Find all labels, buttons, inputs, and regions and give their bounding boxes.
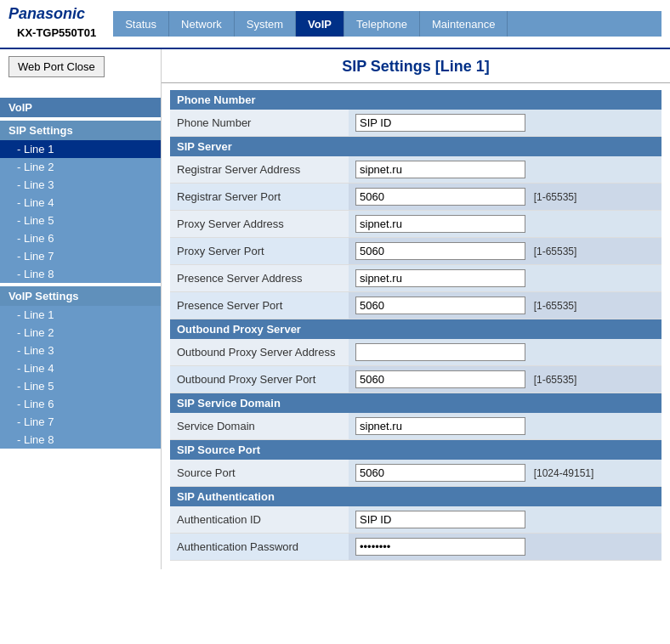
phone-number-label: Phone Number: [170, 110, 349, 137]
presence-port-input[interactable]: [355, 297, 525, 314]
table-row: Source Port [1024-49151]: [170, 460, 661, 487]
presence-port-label: Presence Server Port: [170, 292, 349, 319]
sidebar-voip-line4[interactable]: - Line 4: [0, 359, 161, 377]
auth-password-label: Authentication Password: [170, 534, 349, 561]
sidebar-voip-line7[interactable]: - Line 7: [0, 413, 161, 431]
proxy-port-cell: [1-65535]: [349, 238, 661, 265]
presence-address-input[interactable]: [355, 269, 525, 287]
service-domain-input[interactable]: [355, 417, 525, 435]
source-port-cell: [1024-49151]: [349, 460, 661, 487]
registrar-address-input[interactable]: [355, 161, 525, 178]
sidebar-sip-line6[interactable]: - Line 6: [0, 229, 161, 247]
sidebar-voip-line1[interactable]: - Line 1: [0, 306, 161, 324]
sip-auth-header: SIP Authentication: [170, 487, 661, 506]
outbound-port-cell: [1-65535]: [349, 366, 661, 393]
table-row: Presence Server Address: [170, 265, 661, 292]
tab-status[interactable]: Status: [113, 11, 169, 37]
proxy-port-label: Proxy Server Port: [170, 238, 349, 265]
sidebar-voip-line6[interactable]: - Line 6: [0, 395, 161, 413]
tab-maintenance[interactable]: Maintenance: [420, 11, 508, 37]
nav-bar: Status Network System VoIP Telephone Mai…: [113, 11, 661, 37]
sidebar-sip-line1[interactable]: - Line 1: [0, 140, 161, 158]
top-section: Web Port Close SIP Settings [Line 1]: [0, 49, 670, 90]
sidebar-sip-line8[interactable]: - Line 8: [0, 265, 161, 283]
proxy-port-input[interactable]: [355, 242, 525, 260]
outbound-address-label: Outbound Proxy Server Address: [170, 339, 349, 366]
header: Panasonic KX-TGP550T01 Status Network Sy…: [0, 0, 670, 49]
registrar-port-range: [1-65535]: [534, 191, 577, 203]
sidebar-voip-label: VoIP: [0, 98, 161, 117]
proxy-address-label: Proxy Server Address: [170, 211, 349, 238]
registrar-port-input[interactable]: [355, 188, 525, 206]
service-domain-label: Service Domain: [170, 413, 349, 440]
sidebar-voip-line2[interactable]: - Line 2: [0, 324, 161, 342]
web-port-close-button[interactable]: Web Port Close: [9, 56, 105, 77]
proxy-address-input[interactable]: [355, 215, 525, 233]
auth-id-input[interactable]: [355, 511, 525, 528]
sip-server-table: Registrar Server Address Registrar Serve…: [170, 156, 661, 319]
phone-number-cell: [349, 110, 661, 137]
source-port-input[interactable]: [355, 464, 525, 482]
phone-number-header: Phone Number: [170, 90, 661, 110]
outbound-port-label: Outbound Proxy Server Port: [170, 366, 349, 393]
table-row: Presence Server Port [1-65535]: [170, 292, 661, 319]
outbound-proxy-table: Outbound Proxy Server Address Outbound P…: [170, 339, 661, 393]
table-row: Registrar Server Address: [170, 156, 661, 184]
presence-address-cell: [349, 265, 661, 292]
sidebar-sip-settings-label: SIP Settings: [0, 121, 161, 140]
outbound-proxy-header: Outbound Proxy Server: [170, 319, 661, 339]
sidebar-sip-line7[interactable]: - Line 7: [0, 247, 161, 265]
brand-logo: Panasonic: [9, 5, 105, 23]
tab-system[interactable]: System: [235, 11, 296, 37]
auth-id-label: Authentication ID: [170, 506, 349, 534]
sip-source-port-header: SIP Source Port: [170, 440, 661, 460]
auth-password-cell: [349, 534, 661, 561]
layout: VoIP SIP Settings - Line 1 - Line 2 - Li…: [0, 90, 670, 569]
sidebar-sip-line3[interactable]: - Line 3: [0, 176, 161, 194]
presence-address-label: Presence Server Address: [170, 265, 349, 292]
sip-source-port-table: Source Port [1024-49151]: [170, 460, 661, 487]
table-row: Outbound Proxy Server Address: [170, 339, 661, 366]
phone-number-input[interactable]: [355, 114, 525, 132]
page-title-area: SIP Settings [Line 1]: [162, 49, 670, 90]
sidebar-sip-line5[interactable]: - Line 5: [0, 212, 161, 229]
sip-service-domain-table: Service Domain: [170, 413, 661, 440]
table-row: Proxy Server Address: [170, 211, 661, 238]
sidebar-sip-line4[interactable]: - Line 4: [0, 194, 161, 212]
table-row: Service Domain: [170, 413, 661, 440]
table-row: Registrar Server Port [1-65535]: [170, 184, 661, 211]
sip-service-domain-header: SIP Service Domain: [170, 393, 661, 413]
table-row: Proxy Server Port [1-65535]: [170, 238, 661, 265]
registrar-address-label: Registrar Server Address: [170, 156, 349, 184]
auth-password-input[interactable]: [355, 538, 525, 556]
phone-number-table: Phone Number: [170, 110, 661, 137]
registrar-port-cell: [1-65535]: [349, 184, 661, 211]
sidebar: VoIP SIP Settings - Line 1 - Line 2 - Li…: [0, 90, 162, 569]
source-port-range: [1024-49151]: [534, 467, 594, 479]
tab-network[interactable]: Network: [169, 11, 235, 37]
sidebar-voip-line5[interactable]: - Line 5: [0, 377, 161, 395]
table-row: Phone Number: [170, 110, 661, 137]
registrar-address-cell: [349, 156, 661, 184]
main-content: Phone Number Phone Number SIP Server Reg…: [162, 90, 670, 569]
sidebar-voip-line3[interactable]: - Line 3: [0, 342, 161, 359]
auth-id-cell: [349, 506, 661, 534]
registrar-port-label: Registrar Server Port: [170, 184, 349, 211]
outbound-port-input[interactable]: [355, 370, 525, 388]
sip-server-header: SIP Server: [170, 137, 661, 156]
sidebar-voip-line8[interactable]: - Line 8: [0, 431, 161, 449]
outbound-address-cell: [349, 339, 661, 366]
table-row: Outbound Proxy Server Port [1-65535]: [170, 366, 661, 393]
tab-voip[interactable]: VoIP: [296, 11, 344, 37]
presence-port-cell: [1-65535]: [349, 292, 661, 319]
presence-port-range: [1-65535]: [534, 300, 577, 312]
outbound-port-range: [1-65535]: [534, 374, 577, 386]
sidebar-sip-line2[interactable]: - Line 2: [0, 158, 161, 176]
sidebar-voip-settings-label: VoIP Settings: [0, 286, 161, 306]
outbound-address-input[interactable]: [355, 343, 525, 361]
model-number: KX-TGP550T01: [9, 23, 105, 42]
table-row: Authentication Password: [170, 534, 661, 561]
sip-auth-table: Authentication ID Authentication Passwor…: [170, 506, 661, 561]
table-row: Authentication ID: [170, 506, 661, 534]
tab-telephone[interactable]: Telephone: [344, 11, 420, 37]
